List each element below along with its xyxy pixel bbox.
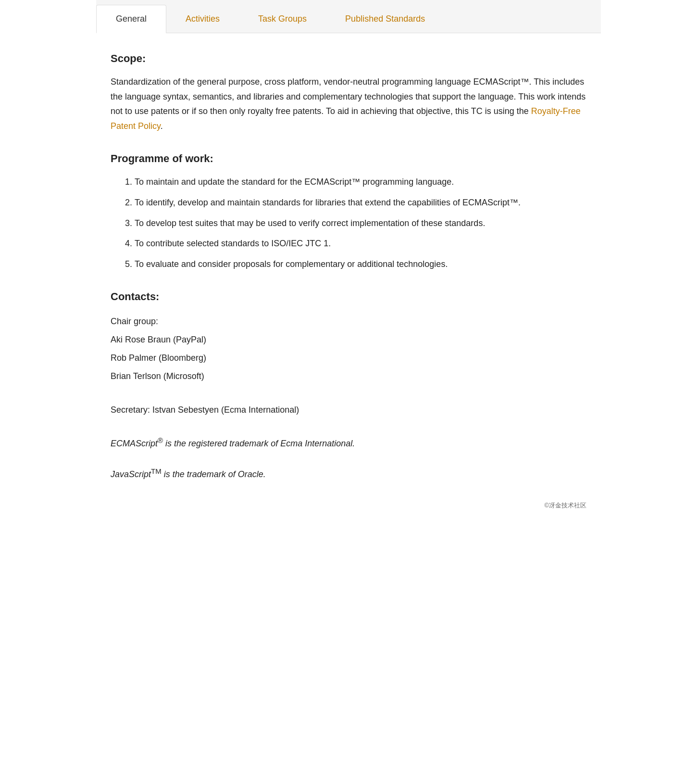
list-item: To contribute selected standards to ISO/… [135, 236, 586, 251]
list-item: To evaluate and consider proposals for c… [135, 257, 586, 272]
trademark-javascript-name: JavaScript [111, 469, 151, 479]
list-item: To develop test suites that may be used … [135, 216, 586, 231]
scope-text-after-link: . [161, 121, 163, 131]
main-content: Scope: Standardization of the general pu… [96, 33, 601, 529]
tab-general[interactable]: General [96, 5, 166, 33]
chair-name-2: Rob Palmer (Bloomberg) [111, 349, 586, 367]
secretary-text: Secretary: Istvan Sebestyen (Ecma Intern… [111, 405, 586, 415]
tab-published-standards[interactable]: Published Standards [326, 5, 444, 33]
scope-section: Scope: Standardization of the general pu… [111, 52, 586, 133]
programme-title: Programme of work: [111, 152, 586, 165]
footer-note: ©冴金技术社区 [111, 501, 586, 510]
scope-title: Scope: [111, 52, 586, 65]
scope-text-before-link: Standardization of the general purpose, … [111, 77, 585, 116]
trademark-javascript-sup: TM [151, 467, 162, 475]
chair-name-1: Aki Rose Braun (PayPal) [111, 331, 586, 349]
trademark-ecmascript-text2: is the registered trademark of Ecma Inte… [163, 439, 355, 448]
tab-bar: General Activities Task Groups Published… [96, 0, 601, 33]
trademark-javascript-text2: is the trademark of Oracle. [162, 469, 266, 479]
trademark-ecmascript: ECMAScript® is the registered trademark … [111, 434, 586, 451]
contacts-title: Contacts: [111, 291, 586, 303]
list-item: To maintain and update the standard for … [135, 175, 586, 190]
scope-text: Standardization of the general purpose, … [111, 75, 586, 133]
trademark-ecmascript-sup: ® [158, 436, 163, 444]
programme-section: Programme of work: To maintain and updat… [111, 152, 586, 271]
trademark-ecmascript-name: ECMAScript [111, 439, 158, 448]
programme-list: To maintain and update the standard for … [111, 175, 586, 271]
contacts-section: Contacts: Chair group: Aki Rose Braun (P… [111, 291, 586, 385]
tab-task-groups[interactable]: Task Groups [239, 5, 326, 33]
chair-name-3: Brian Terlson (Microsoft) [111, 367, 586, 386]
list-item: To identify, develop and maintain standa… [135, 195, 586, 210]
tab-activities[interactable]: Activities [166, 5, 239, 33]
contacts-text: Chair group: Aki Rose Braun (PayPal) Rob… [111, 313, 586, 385]
trademark-javascript: JavaScriptTM is the trademark of Oracle. [111, 465, 586, 482]
chair-group-label: Chair group: [111, 313, 586, 331]
